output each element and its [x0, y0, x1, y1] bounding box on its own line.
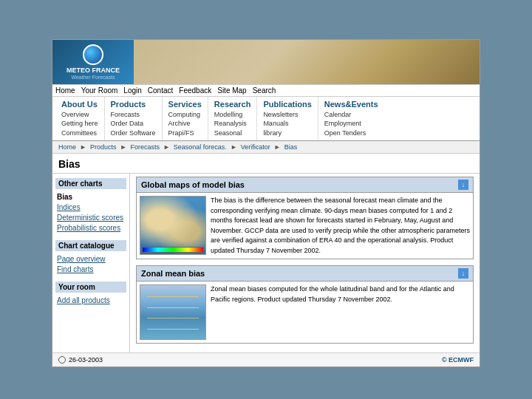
nav-section-services: Services Computing Archive Prapi/FS [163, 97, 208, 141]
nav-link-orderdata[interactable]: Order Data [111, 119, 156, 129]
nav-link-manuals[interactable]: Manuals [263, 119, 311, 129]
nav-sub-publications: Newsletters Manuals library [263, 110, 311, 138]
logo-text: METEO FRANCE [66, 66, 120, 75]
breadcrumb: Home ► Products ► Forecasts ► Seasonal f… [52, 141, 480, 154]
site-footer: 26-03-2003 © ECMWF [52, 352, 480, 366]
nav-section-title-publications: Publications [263, 100, 311, 109]
logo-area: METEO FRANCE Weather Forecasts [52, 40, 134, 84]
content-area: Other charts Bias Indices Deterministic … [52, 174, 480, 352]
logo-subtitle: Weather Forecasts [71, 75, 115, 80]
nav-feedback[interactable]: Feedback [179, 86, 211, 95]
clock-icon [58, 356, 66, 364]
nav-link-overview[interactable]: Overview [61, 110, 98, 120]
sidebar-chart-catalogue-title: Chart catalogue [55, 240, 126, 251]
nav-section-title-products: Products [111, 100, 156, 109]
breadcrumb-home[interactable]: Home [58, 143, 76, 151]
page-title: Bias [58, 158, 474, 170]
nav-link-reanalysis[interactable]: Reanalysis [214, 119, 251, 129]
main-nav: About Us Overview Getting here Committee… [52, 97, 480, 142]
map-line-1 [147, 296, 199, 297]
nav-section-products: Products Forecasts Order Data Order Soft… [105, 97, 163, 141]
download-icon-2[interactable]: ↓ [458, 268, 468, 279]
nav-contact[interactable]: Contact [148, 86, 173, 95]
section-zonal-bias-text: Zonal mean biases computed for the whole… [211, 284, 470, 340]
nav-sub-about: Overview Getting here Committees [61, 110, 98, 138]
sidebar-other-charts-title: Other charts [55, 178, 126, 189]
map-thumbnail-global [140, 196, 206, 255]
sidebar: Other charts Bias Indices Deterministic … [52, 174, 130, 352]
sidebar-link-bias[interactable]: Bias [55, 192, 126, 202]
breadcrumb-verificator[interactable]: Verificator [241, 143, 270, 151]
top-nav: Home Your Room Login Contact Feedback Si… [52, 84, 480, 97]
section-global-maps-header: Global maps of model bias ↓ [137, 177, 473, 193]
nav-section-research: Research Modelling Reanalysis Seasonal [208, 97, 258, 141]
sidebar-link-probabilistic[interactable]: Probabilistic scores [55, 223, 126, 233]
map-legend [142, 247, 204, 253]
nav-home[interactable]: Home [55, 86, 75, 95]
banner-area [134, 40, 480, 84]
nav-link-prapi[interactable]: Prapi/FS [168, 129, 202, 138]
nav-section-about: About Us Overview Getting here Committee… [55, 97, 105, 141]
nav-search[interactable]: Search [253, 86, 276, 95]
section-global-maps-text: The bias is the difference between the s… [211, 196, 470, 256]
banner-wheat [134, 40, 480, 84]
nav-link-seasonal[interactable]: Seasonal [214, 129, 251, 138]
sidebar-link-indices[interactable]: Indices [55, 202, 126, 212]
header-top: METEO FRANCE Weather Forecasts [52, 40, 480, 84]
nav-section-news: News&Events Calendar Employment Open Ten… [318, 97, 384, 141]
section-global-maps-body: The bias is the difference between the s… [137, 193, 473, 259]
nav-link-ordersoftware[interactable]: Order Software [111, 129, 156, 138]
nav-link-tenders[interactable]: Open Tenders [324, 129, 378, 138]
nav-section-title-services: Services [168, 100, 202, 109]
breadcrumb-products[interactable]: Products [90, 143, 117, 151]
map-thumbnail-zonal-inner [140, 285, 205, 339]
map-line-4 [147, 329, 199, 330]
breadcrumb-seasonal[interactable]: Seasonal forecas. [174, 143, 227, 151]
nav-link-library[interactable]: library [263, 129, 311, 138]
nav-yourroom[interactable]: Your Room [81, 86, 118, 95]
nav-section-title-about: About Us [61, 100, 98, 109]
main-content: Global maps of model bias ↓ The bias is … [130, 174, 480, 352]
nav-link-gettinghere[interactable]: Getting here [61, 119, 98, 129]
sidebar-link-find-charts[interactable]: Find charts [55, 265, 126, 274]
sidebar-link-page-overview[interactable]: Page overview [55, 254, 126, 264]
breadcrumb-forecasts[interactable]: Forecasts [130, 143, 160, 151]
footer-logo: © ECMWF [442, 356, 474, 364]
nav-link-archive[interactable]: Archive [168, 119, 202, 129]
sidebar-your-room-title: Your room [55, 282, 126, 293]
nav-sub-services: Computing Archive Prapi/FS [168, 110, 202, 138]
nav-sitemap[interactable]: Site Map [217, 86, 246, 95]
sidebar-section-your-room: Your room Add all products [55, 282, 126, 305]
nav-link-modelling[interactable]: Modelling [214, 110, 251, 120]
download-icon-1[interactable]: ↓ [458, 180, 468, 190]
nav-sub-news: Calendar Employment Open Tenders [324, 110, 378, 138]
map-thumbnail-zonal [140, 284, 206, 340]
nav-sub-research: Modelling Reanalysis Seasonal [214, 110, 251, 138]
main-content-box: METEO FRANCE Weather Forecasts Home Your… [52, 39, 480, 368]
section-zonal-bias-header: Zonal mean bias ↓ [137, 266, 473, 282]
section-global-maps-title: Global maps of model bias [141, 180, 245, 189]
footer-date-text: 26-03-2003 [69, 356, 103, 364]
nav-section-title-research: Research [214, 100, 251, 109]
nav-login[interactable]: Login [123, 86, 141, 95]
breadcrumb-bias[interactable]: Bias [284, 143, 298, 151]
sidebar-link-deterministic[interactable]: Deterministic scores [55, 213, 126, 222]
nav-link-newsletters[interactable]: Newsletters [263, 110, 311, 120]
section-zonal-bias-body: Zonal mean biases computed for the whole… [137, 282, 473, 343]
sidebar-link-add-all[interactable]: Add all products [55, 296, 126, 305]
nav-link-computing[interactable]: Computing [168, 110, 202, 120]
nav-link-forecasts[interactable]: Forecasts [111, 110, 156, 120]
nav-link-committees[interactable]: Committees [61, 129, 98, 138]
section-zonal-bias-title: Zonal mean bias [141, 269, 205, 278]
map-thumbnail-global-inner [140, 197, 205, 254]
map-line-3 [147, 318, 199, 318]
nav-link-calendar[interactable]: Calendar [324, 110, 378, 120]
map-line-2 [147, 307, 199, 308]
section-global-maps: Global maps of model bias ↓ The bias is … [136, 177, 474, 259]
nav-link-employment[interactable]: Employment [324, 119, 378, 129]
logo-globe [83, 44, 103, 65]
nav-section-publications: Publications Newsletters Manuals library [257, 97, 318, 141]
nav-sub-products: Forecasts Order Data Order Software [111, 110, 156, 138]
section-zonal-bias: Zonal mean bias ↓ Zonal mean b [136, 265, 474, 344]
sidebar-section-chart-catalogue: Chart catalogue Page overview Find chart… [55, 240, 126, 274]
